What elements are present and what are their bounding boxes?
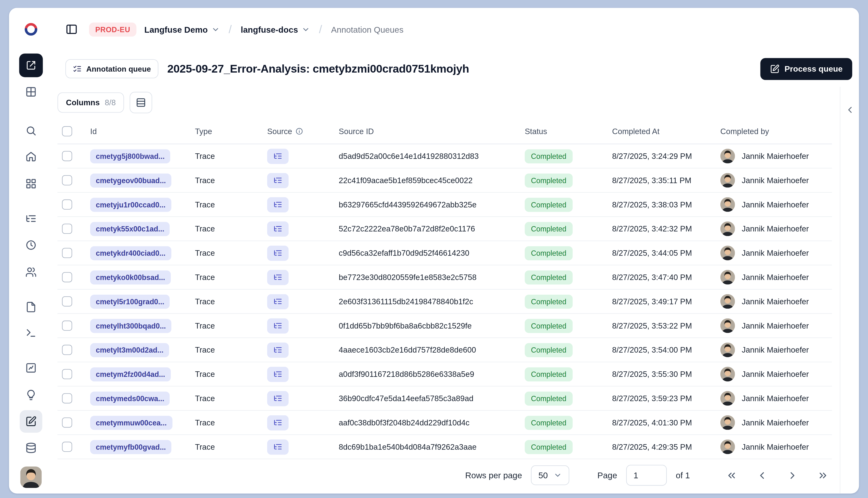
sidebar-item-grid[interactable]	[20, 80, 42, 103]
sidebar-item-evaluation[interactable]	[20, 357, 42, 379]
table-row[interactable]: cmetyk55x00c1ad... Trace 52c72c2222ea78e…	[57, 217, 832, 241]
row-id-link[interactable]: cmetym2fz00d4ad...	[90, 367, 171, 381]
queue-type-badge[interactable]: Annotation queue	[65, 59, 158, 78]
rows-per-page-select[interactable]: 50	[531, 465, 569, 485]
row-source-trace-button[interactable]	[267, 439, 288, 454]
table-row[interactable]: cmetylht300bqad0... Trace 0f1dd65b7bb9bf…	[57, 314, 832, 338]
first-page-button[interactable]	[725, 469, 738, 482]
table-row[interactable]: cmetymyfb00gvad... Trace 8dc69b1ba1e540b…	[57, 435, 832, 459]
row-type: Trace	[195, 321, 267, 330]
table-row[interactable]: cmetyg5j800bwad... Trace d5ad9d52a00c6e1…	[57, 144, 832, 169]
user-menu-avatar[interactable]	[20, 467, 42, 488]
open-external-button[interactable]	[19, 54, 43, 77]
row-id-link[interactable]: cmetylt3m00d2ad...	[90, 343, 169, 357]
process-queue-button[interactable]: Process queue	[760, 58, 852, 80]
column-header-completed-by[interactable]: Completed by	[720, 127, 832, 135]
row-checkbox[interactable]	[62, 393, 72, 403]
row-source-trace-button[interactable]	[267, 318, 288, 333]
column-header-completed-at[interactable]: Completed At	[612, 127, 720, 135]
column-header-id[interactable]: Id	[90, 127, 195, 135]
page-number-input[interactable]	[626, 465, 667, 486]
row-checkbox[interactable]	[62, 369, 72, 379]
sidebar-item-prompts[interactable]	[20, 296, 42, 318]
sidebar-toggle-button[interactable]	[62, 20, 81, 39]
sidebar-item-search[interactable]	[20, 119, 42, 142]
clock-icon	[25, 239, 37, 251]
row-id-link[interactable]: cmetygeov00buad...	[90, 173, 171, 187]
sidebar-item-playground[interactable]	[20, 322, 42, 344]
table-row[interactable]: cmetymeds00cwa... Trace 36b90cdfc47e5da1…	[57, 386, 832, 411]
sidebar-item-datasets[interactable]	[20, 437, 42, 459]
row-id-link[interactable]: cmetymeds00cwa...	[90, 391, 170, 405]
row-source-trace-button[interactable]	[267, 367, 288, 382]
row-id-link[interactable]: cmetymmuw00cea...	[90, 416, 172, 430]
column-header-type[interactable]: Type	[195, 127, 267, 135]
row-id-link[interactable]: cmetyk55x00c1ad...	[90, 222, 170, 236]
row-user-avatar	[720, 173, 735, 188]
table-row[interactable]: cmetyl5r100grad0... Trace 2e603f31361115…	[57, 290, 832, 314]
row-source-trace-button[interactable]	[267, 294, 288, 309]
row-id-link[interactable]: cmetyg5j800bwad...	[90, 149, 170, 163]
row-checkbox[interactable]	[62, 320, 72, 331]
row-id-link[interactable]: cmetyko0k00bsad...	[90, 270, 171, 284]
row-height-button[interactable]	[130, 92, 153, 113]
row-checkbox[interactable]	[62, 442, 72, 452]
langfuse-logo-icon[interactable]	[24, 22, 38, 37]
project-switcher[interactable]: langfuse-docs	[241, 25, 310, 34]
table-row[interactable]: cmetyju1r00ccad0... Trace b63297665cfd44…	[57, 193, 832, 217]
org-switcher[interactable]: Langfuse Demo	[144, 25, 220, 34]
table-row[interactable]: cmetymmuw00cea... Trace aaf0c38db0f3f204…	[57, 411, 832, 435]
sidebar-item-users[interactable]	[20, 261, 42, 283]
row-source-trace-button[interactable]	[267, 342, 288, 357]
row-checkbox[interactable]	[62, 272, 72, 282]
table-row[interactable]: cmetym2fz00d4ad... Trace a0df3f901167218…	[57, 362, 832, 386]
row-id-link[interactable]: cmetymyfb00gvad...	[90, 440, 171, 454]
sidebar-item-annotation-queues[interactable]	[20, 410, 42, 433]
row-source-trace-button[interactable]	[267, 270, 288, 285]
last-page-button[interactable]	[816, 469, 830, 482]
row-checkbox[interactable]	[62, 175, 72, 185]
row-id-link[interactable]: cmetyju1r00ccad0...	[90, 198, 171, 212]
columns-button[interactable]: Columns 8/8	[57, 92, 124, 113]
previous-page-button[interactable]	[755, 469, 769, 482]
row-source-trace-button[interactable]	[267, 148, 288, 164]
column-header-status[interactable]: Status	[524, 127, 612, 135]
row-checkbox[interactable]	[62, 296, 72, 306]
row-id-link[interactable]: cmetyl5r100grad0...	[90, 294, 170, 309]
table-row[interactable]: cmetykdr400ciad0... Trace c9d56ca32efaff…	[57, 241, 832, 265]
table-row[interactable]: cmetyko0k00bsad... Trace be7723e30d80205…	[57, 265, 832, 290]
row-checkbox[interactable]	[62, 199, 72, 210]
row-checkbox[interactable]	[62, 151, 72, 161]
column-header-source[interactable]: Source	[267, 127, 339, 135]
row-id-link[interactable]: cmetylht300bqad0...	[90, 319, 171, 333]
row-checkbox[interactable]	[62, 248, 72, 258]
row-source-trace-button[interactable]	[267, 245, 288, 261]
row-id-link[interactable]: cmetykdr400ciad0...	[90, 246, 171, 260]
select-all-checkbox[interactable]	[62, 126, 72, 136]
row-source-trace-button[interactable]	[267, 415, 288, 430]
row-user-name: Jannik Maierhoefer	[742, 297, 809, 306]
lightbulb-icon	[25, 389, 37, 401]
sidebar-item-dashboards[interactable]	[20, 172, 42, 195]
sidebar-item-home[interactable]	[20, 145, 42, 168]
row-checkbox[interactable]	[62, 224, 72, 234]
sidebar-item-insights[interactable]	[20, 384, 42, 406]
row-checkbox[interactable]	[62, 345, 72, 355]
layout-grid-icon	[25, 178, 37, 189]
sidebar-item-sessions[interactable]	[20, 234, 42, 257]
table-row[interactable]: cmetygeov00buad... Trace 22c41f09acae5b1…	[57, 169, 832, 193]
collapse-panel-button[interactable]	[840, 100, 859, 119]
column-header-source-id[interactable]: Source ID	[339, 127, 525, 135]
row-source-id: 4aaece1603cb2e16dd757f28de8de600	[339, 345, 525, 354]
row-source-trace-button[interactable]	[267, 197, 288, 212]
row-completed-at: 8/27/2025, 3:44:05 PM	[612, 249, 720, 258]
panel-left-icon	[65, 23, 78, 36]
table-row[interactable]: cmetylt3m00d2ad... Trace 4aaece1603cb2e1…	[57, 338, 832, 362]
next-page-button[interactable]	[786, 469, 799, 482]
breadcrumb-section[interactable]: Annotation Queues	[331, 25, 403, 34]
sidebar-item-tracing[interactable]	[20, 207, 42, 230]
row-checkbox[interactable]	[62, 418, 72, 428]
row-source-trace-button[interactable]	[267, 391, 288, 406]
row-source-trace-button[interactable]	[267, 173, 288, 188]
row-source-trace-button[interactable]	[267, 221, 288, 236]
